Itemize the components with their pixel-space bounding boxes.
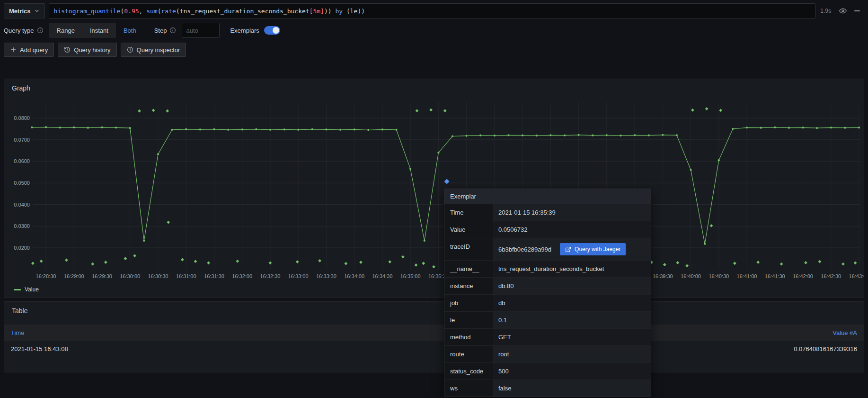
exemplar-marker[interactable] [91,262,94,266]
query-type-both[interactable]: Both [116,23,144,38]
query-input[interactable]: histogram_quantile(0.95, sum(rate(tns_re… [49,3,816,18]
tooltip-row: Time2021-01-15 16:35:39 [444,204,651,221]
query-history-button[interactable]: Query history [58,43,116,57]
step-input[interactable] [182,23,220,38]
exemplar-marker[interactable] [780,262,783,266]
exemplar-marker[interactable] [133,254,136,257]
axis-label: 16:41:00 [737,273,757,279]
table-panel: Table TimeValue #A2021-01-15 16:43:080.0… [4,301,864,372]
query-type-range[interactable]: Range [49,23,82,38]
series-point [494,135,496,136]
exemplar-marker[interactable] [236,260,239,263]
graph-panel: Graph 16:28:3016:29:0016:29:3016:30:0016… [4,79,864,298]
exemplar-marker[interactable] [841,262,845,266]
exemplar-marker[interactable] [194,260,197,263]
exemplar-marker[interactable] [181,258,184,262]
info-icon [37,27,44,34]
selected-exemplar-marker[interactable] [444,179,450,184]
series-point [59,127,61,128]
exemplar-marker[interactable] [65,259,68,262]
exemplar-marker[interactable] [415,263,418,267]
add-query-label: Add query [20,46,48,54]
axis-label: 16:42:00 [793,273,813,279]
exemplar-marker[interactable] [422,262,425,265]
exemplar-marker[interactable] [318,259,321,262]
exemplar-marker[interactable] [416,109,419,112]
axis-label: 16:28:30 [36,273,56,279]
axis-label: 16:40:30 [709,273,729,279]
tooltip-value-text: 0.0506732 [498,226,527,233]
exemplar-marker[interactable] [207,261,210,264]
exemplar-marker[interactable] [124,257,127,260]
query-token: by [335,8,343,15]
exemplar-marker[interactable] [359,261,363,264]
exemplar-marker[interactable] [31,262,35,265]
series-point [129,127,131,129]
exemplar-marker[interactable] [719,109,722,112]
add-query-button[interactable]: Add query [4,43,54,57]
query-actions-row: Add query Query history Query inspector [4,43,864,57]
graph-legend[interactable]: Value [4,284,864,295]
exemplar-marker[interactable] [167,221,170,224]
exemplar-marker[interactable] [152,109,155,112]
query-with-jaeger-button[interactable]: Query with Jaeger [560,243,626,255]
exemplar-marker[interactable] [40,260,43,263]
exemplar-marker[interactable] [685,264,689,267]
exemplar-marker[interactable] [676,261,680,264]
tooltip-value: 2021-01-15 16:35:39 [493,204,651,221]
exemplar-marker[interactable] [443,109,447,112]
exemplar-marker[interactable] [663,263,666,266]
table-panel-title[interactable]: Table [4,302,864,318]
timeseries-chart[interactable]: 16:28:3016:29:0016:29:3016:30:0016:30:30… [4,95,864,284]
tooltip-row: instancedb:80 [444,277,651,294]
exemplar-marker[interactable] [429,108,433,111]
exemplar-marker[interactable] [388,260,391,263]
series-point [536,135,538,136]
table-row[interactable]: 2021-01-15 16:43:080.07640816167339316 [4,341,864,357]
exemplar-marker[interactable] [344,262,347,265]
series-point [143,240,145,242]
series-point [325,128,327,130]
exemplar-marker[interactable] [432,265,435,269]
exemplar-marker[interactable] [705,107,709,110]
tooltip-row: __name__tns_request_duration_seconds_buc… [444,260,651,277]
exemplar-tooltip: Exemplar Time2021-01-15 16:35:39Value0.0… [444,189,651,397]
tooltip-row: le0.1 [444,311,651,328]
tooltip-row: Value0.0506732 [444,221,651,238]
graph-canvas[interactable]: 16:28:3016:29:0016:29:3016:30:0016:30:30… [4,95,864,284]
series-point [732,128,734,130]
series-point [549,134,551,136]
exemplar-marker[interactable] [166,109,169,113]
tooltip-body: Time2021-01-15 16:35:39Value0.0506732tra… [444,204,651,397]
series-point [87,127,89,129]
exemplar-marker[interactable] [691,109,694,112]
preview-query-button[interactable] [836,4,850,18]
exemplar-marker[interactable] [269,261,272,264]
exemplar-marker[interactable] [138,109,141,113]
tooltip-value-text: GET [498,334,511,341]
query-type-instant[interactable]: Instant [82,23,116,38]
exemplar-marker[interactable] [733,262,736,265]
exemplar-marker[interactable] [818,260,822,263]
series-point [424,240,425,242]
exemplar-marker[interactable] [804,261,807,264]
query-row: Metrics histogram_quantile(0.95, sum(rat… [4,3,864,19]
series-point [452,135,453,137]
datasource-picker[interactable]: Metrics [4,3,45,18]
exemplar-marker[interactable] [756,261,760,264]
remove-query-button[interactable] [850,4,864,18]
exemplars-toggle[interactable] [264,26,280,35]
query-editor-toolbar: Metrics histogram_quantile(0.95, sum(rat… [0,0,868,61]
exemplar-marker[interactable] [710,224,713,227]
axis-label: 0.0300 [14,223,30,229]
graph-panel-title[interactable]: Graph [4,79,864,95]
exemplar-marker[interactable] [854,261,857,264]
query-inspector-button[interactable]: Query inspector [121,43,186,57]
exemplar-marker[interactable] [401,255,405,259]
series-point [241,128,243,130]
tooltip-value-text: root [498,351,509,358]
exemplar-marker[interactable] [104,261,107,264]
table-column-time[interactable]: Time [4,329,434,336]
series-point [395,129,397,131]
series-point [760,127,762,129]
